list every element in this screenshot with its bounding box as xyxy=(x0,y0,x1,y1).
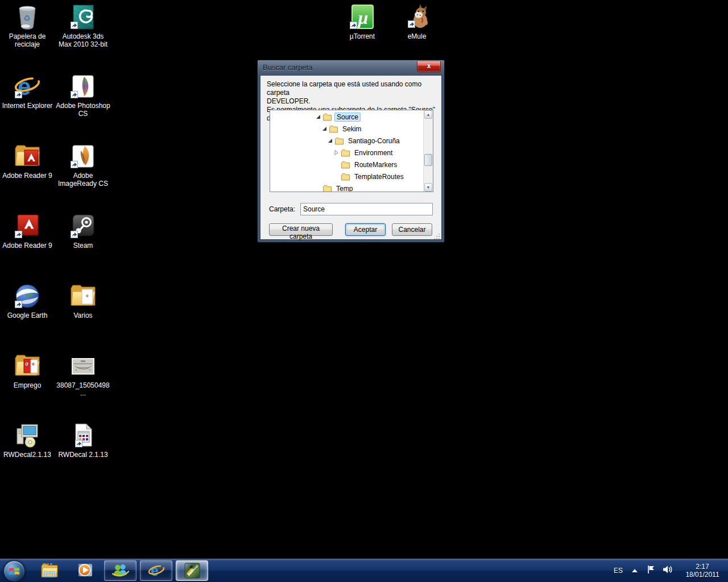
tree-item-routemarkers[interactable]: RouteMarkers xyxy=(270,159,433,171)
icon-label: Adobe Reader 9 xyxy=(0,172,55,180)
clock-time: 2:17 xyxy=(684,563,721,571)
scroll-up-icon[interactable]: ▲ xyxy=(424,110,432,119)
spacer xyxy=(333,161,340,168)
desktop: ♻ Papelera de reciclaje Autodesk 3ds Max… xyxy=(0,0,728,582)
collapse-arrow-icon[interactable] xyxy=(327,138,333,144)
folder-tree[interactable]: Source Sekim Santiago-Coruña xyxy=(270,110,433,192)
folder-icon xyxy=(322,113,332,121)
ok-button[interactable]: Aceptar xyxy=(345,223,386,236)
folder-icon xyxy=(322,185,332,193)
folder-field-label: Carpeta: xyxy=(269,205,295,213)
dialog-title: Buscar carpeta xyxy=(263,63,312,72)
internet-explorer-icon: e xyxy=(14,73,41,100)
tree-item-source[interactable]: Source xyxy=(270,111,433,123)
image-thumbnail-icon xyxy=(69,352,97,380)
desktop-icon-adobe-reader-9[interactable]: Adobe Reader 9 xyxy=(0,213,55,250)
icon-label: Autodesk 3ds Max 2010 32-bit xyxy=(56,32,110,48)
folder-icon xyxy=(341,149,350,157)
taskbar-rwdecal-train[interactable]: RWDecal xyxy=(176,560,208,581)
tree-item-label[interactable]: RouteMarkers xyxy=(353,160,399,169)
tree-item-templateroutes[interactable]: TemplateRoutes xyxy=(270,171,433,182)
taskbar-internet-explorer[interactable]: e xyxy=(140,560,172,581)
desktop-icon-emprego[interactable]: Emprego xyxy=(0,352,55,389)
desktop-icon-steam[interactable]: Steam xyxy=(56,213,110,250)
cancel-button[interactable]: Cancelar xyxy=(392,223,432,236)
desktop-icon-varios[interactable]: Varios xyxy=(56,282,110,319)
system-tray: ES 2:17 18/01/2011 xyxy=(614,559,728,582)
svg-text:♻: ♻ xyxy=(23,14,31,23)
desktop-icon-utorrent[interactable]: µ µTorrent xyxy=(335,3,390,40)
svg-text:µ: µ xyxy=(357,7,368,28)
taskbar-windows-media-player[interactable] xyxy=(76,562,95,579)
volume-icon[interactable] xyxy=(663,565,673,576)
instruction-line: DEVELOPER. xyxy=(267,97,437,106)
folder-icon xyxy=(329,125,338,133)
action-center-flag-icon[interactable] xyxy=(647,565,656,576)
dialog-buttons: Crear nueva carpeta Aceptar Cancelar xyxy=(260,223,441,236)
messenger-icon xyxy=(112,563,129,579)
expand-arrow-icon[interactable] xyxy=(333,149,340,156)
tree-item-label[interactable]: Santiago-Coruña xyxy=(346,136,402,146)
icon-label: Adobe ImageReady CS xyxy=(56,172,110,188)
tree-scrollbar[interactable]: ▲ ▼ xyxy=(423,110,433,192)
varios-folder-icon xyxy=(69,282,97,310)
desktop-icon-adobe-imageready-cs[interactable]: Adobe ImageReady CS xyxy=(56,143,110,188)
rwdecal-document-icon xyxy=(69,422,97,449)
desktop-icon-rwdecal-installer[interactable]: RWDecal2.1.13 xyxy=(0,422,55,459)
scrollbar-thumb[interactable] xyxy=(424,154,432,166)
folder-icon xyxy=(341,161,350,169)
desktop-icon-image-38087[interactable]: 38087_15050498... xyxy=(56,352,110,397)
tree-item-environment[interactable]: Environment xyxy=(270,147,433,159)
tree-item-santiago-coruna[interactable]: Santiago-Coruña xyxy=(270,135,433,147)
taskbar: e RWDecal ES xyxy=(0,559,728,582)
utorrent-icon: µ xyxy=(349,3,376,31)
start-button[interactable] xyxy=(3,560,25,582)
icon-label: Internet Explorer xyxy=(0,102,55,110)
tree-item-label[interactable]: Sekim xyxy=(341,124,363,134)
clock-date: 18/01/2011 xyxy=(684,571,721,579)
language-indicator[interactable]: ES xyxy=(614,567,623,575)
desktop-icon-google-earth[interactable]: Google Earth xyxy=(0,282,55,319)
autodesk-3ds-max-icon xyxy=(69,3,97,31)
icon-label: Google Earth xyxy=(0,311,55,319)
taskbar-windows-explorer[interactable] xyxy=(40,562,59,579)
adobe-reader-9-icon xyxy=(14,213,41,240)
google-earth-icon xyxy=(14,282,41,310)
desktop-icon-recycle-bin[interactable]: ♻ Papelera de reciclaje xyxy=(0,3,55,48)
adobe-imageready-cs-icon xyxy=(69,143,97,170)
folder-name-input[interactable] xyxy=(300,203,433,215)
folder-icon xyxy=(334,137,344,145)
resize-grip-icon[interactable] xyxy=(433,231,440,238)
close-button[interactable]: x xyxy=(417,61,441,72)
tree-item-temp[interactable]: Temp xyxy=(270,182,433,192)
tree-item-label[interactable]: Source xyxy=(334,113,361,122)
icon-label: Adobe Photoshop CS xyxy=(56,102,110,118)
dialog-titlebar[interactable]: Buscar carpeta x xyxy=(258,60,444,75)
show-hidden-icons-icon[interactable] xyxy=(632,569,638,572)
desktop-icon-adobe-photoshop-cs[interactable]: Adobe Photoshop CS xyxy=(56,73,110,118)
recycle-bin-icon: ♻ xyxy=(14,3,41,31)
collapse-arrow-icon[interactable] xyxy=(315,114,321,120)
desktop-icon-autodesk-3ds-max[interactable]: Autodesk 3ds Max 2010 32-bit xyxy=(56,3,110,48)
clock[interactable]: 2:17 18/01/2011 xyxy=(684,563,721,579)
icon-label: eMule xyxy=(390,32,444,40)
tree-item-sekim[interactable]: Sekim xyxy=(270,123,433,135)
dialog-body: Seleccione la carpeta que está usted usa… xyxy=(260,75,442,240)
tree-item-label[interactable]: Environment xyxy=(353,148,394,157)
collapse-arrow-icon[interactable] xyxy=(321,126,328,132)
windows-media-player-icon xyxy=(76,562,94,579)
tree-item-label[interactable]: Temp xyxy=(334,184,354,193)
icon-label: Papelera de reciclaje xyxy=(0,32,55,48)
taskbar-windows-live-messenger[interactable] xyxy=(104,560,136,581)
desktop-icon-internet-explorer[interactable]: e Internet Explorer xyxy=(0,73,55,110)
scroll-down-icon[interactable]: ▼ xyxy=(424,183,432,192)
emule-icon xyxy=(403,3,431,31)
desktop-icon-emule[interactable]: eMule xyxy=(390,3,444,40)
desktop-icon-adobe-reader-9-folder[interactable]: Adobe Reader 9 xyxy=(0,143,55,180)
emprego-folder-icon xyxy=(14,352,41,380)
adobe-reader-folder-icon xyxy=(14,143,41,170)
desktop-icon-rwdecal-app[interactable]: RWDecal 2.1.13 xyxy=(56,422,110,459)
folder-field-row: Carpeta: xyxy=(269,203,434,215)
new-folder-button[interactable]: Crear nueva carpeta xyxy=(269,223,333,236)
tree-item-label[interactable]: TemplateRoutes xyxy=(353,172,406,181)
